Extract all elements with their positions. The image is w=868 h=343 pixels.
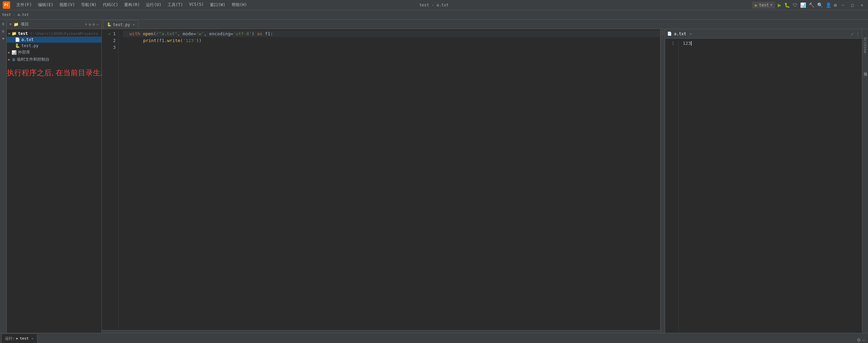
breadcrumb-file: a.txt: [18, 13, 29, 17]
right-pane-menu[interactable]: ⋮: [856, 32, 860, 36]
code-line-2: print (f1. write ( '123' )): [123, 37, 660, 44]
line-num-1: 1: [112, 31, 117, 37]
right-pane: 📄 a.txt ✕ ⋮ ✓ 1 123: [665, 29, 862, 333]
tree-root[interactable]: ▼ 📁 test C:\Users\13600\PycharmProjects: [7, 31, 101, 37]
menu-tools[interactable]: 工具(T): [165, 1, 186, 8]
user-button[interactable]: 👤: [826, 2, 831, 8]
win-minimize[interactable]: —: [840, 2, 846, 8]
tree-root-arrow: ▼: [8, 32, 10, 36]
app-icon: PC: [3, 1, 10, 9]
sidebar-icon-project[interactable]: ≡: [0, 21, 6, 27]
panel-add-icon[interactable]: +: [85, 22, 87, 27]
profile-button[interactable]: 📊: [800, 2, 806, 8]
right-line-num-1: 1: [665, 40, 676, 47]
menu-help[interactable]: 帮助(H): [229, 1, 250, 8]
right-content[interactable]: 123: [679, 40, 862, 331]
tree-root-path: C:\Users\13600\PycharmProjects: [31, 32, 98, 36]
panel-hide-icon[interactable]: —: [96, 22, 99, 27]
code-str-path: r"a.txt": [156, 31, 177, 37]
right-line-1: 123: [683, 40, 862, 47]
menu-vcs[interactable]: VCS(S): [187, 1, 207, 8]
tree-label-temp: 临时文件和控制台: [17, 57, 50, 62]
line-num-2: 2: [112, 37, 117, 44]
menu-edit[interactable]: 编辑(E): [35, 1, 56, 8]
win-maximize[interactable]: □: [849, 2, 856, 8]
search-button[interactable]: 🔍: [817, 2, 823, 8]
run-button[interactable]: ▶: [778, 1, 782, 8]
tree-item-atxt[interactable]: 📄 a.txt: [7, 37, 101, 43]
tab-testpy[interactable]: 🐍 test.py ✕: [103, 20, 139, 29]
line-1-check: ✓: [108, 31, 111, 37]
title-bar: PC 文件(F) 编辑(E) 视图(V) 导航(N) 代码(C) 重构(R) 运…: [0, 0, 868, 10]
panel-collapse-icon[interactable]: ≡: [89, 22, 91, 27]
code-content[interactable]: with open ( r"a.txt" , mode = 'w' , enco…: [119, 31, 660, 329]
code-kw-as: as: [257, 31, 263, 37]
project-panel-header: ▼ 📁 项目 + ≡ ⚙ —: [7, 20, 101, 29]
menu-file[interactable]: 文件(F): [14, 1, 35, 8]
top-tab-bar: test › a.txt: [0, 10, 868, 20]
code-op-paren1: (: [153, 31, 156, 37]
project-icon: 📁: [14, 22, 19, 27]
menu-nav[interactable]: 导航(N): [78, 1, 99, 8]
code-editor: ✓ 1 2 3: [102, 29, 660, 330]
tab-testpy-label: test.py: [113, 22, 130, 27]
tree-label-extlib: 外部库: [18, 49, 30, 55]
tree-item-tempfiles[interactable]: ▶ 🖥 临时文件和控制台: [7, 56, 101, 63]
panel-header-icons: + ≡ ⚙ —: [85, 22, 99, 27]
sidebar-label-notify[interactable]: 通知: [862, 68, 868, 70]
run-tab[interactable]: 运行: ▶ test ✕: [1, 334, 37, 343]
sidebar-icon-structure[interactable]: ⊞: [0, 28, 6, 35]
panel-settings-icon[interactable]: ⚙: [93, 22, 95, 27]
tab-testpy-icon: 🐍: [107, 22, 112, 27]
breadcrumb-test: test: [2, 13, 11, 17]
menu-run[interactable]: 运行(U): [143, 1, 164, 8]
run-config-selector[interactable]: ▶ test ▼: [752, 2, 775, 8]
menu-window[interactable]: 窗口(W): [207, 1, 228, 8]
bottom-tab-right-icons: ⚙ —: [857, 337, 865, 343]
code-line-1: with open ( r"a.txt" , mode = 'w' , enco…: [123, 31, 660, 37]
code-str-123: '123': [183, 37, 196, 44]
cursor: [691, 41, 692, 46]
run-tab-name: test: [20, 336, 29, 341]
code-str-enc: 'utf-8': [233, 31, 252, 37]
editor-area: 🐍 test.py ✕ ✓ 1 2: [102, 20, 868, 333]
line-num-3: 3: [112, 44, 117, 51]
project-expand-arrow: ▼: [9, 22, 12, 26]
menu-code[interactable]: 代码(C): [100, 1, 121, 8]
debug-button[interactable]: 🐛: [784, 2, 790, 8]
project-tree: ▼ 📁 test C:\Users\13600\PycharmProjects …: [7, 29, 101, 333]
right-pane-header: 📄 a.txt ✕ ⋮ ✓: [665, 29, 862, 39]
build-button[interactable]: 🔨: [809, 2, 814, 8]
tree-item-testpy[interactable]: 🐍 test.py: [7, 43, 101, 49]
right-tab-close[interactable]: ✕: [690, 32, 692, 36]
tree-icon-testpy: 🐍: [15, 43, 20, 48]
tree-item-extlib[interactable]: ▶ 📊 外部库: [7, 49, 101, 56]
code-op-comma2: ,: [204, 31, 209, 37]
code-op-f1: f1:: [262, 31, 273, 37]
code-op-paren4: (: [180, 37, 183, 44]
window-title: test - a.txt: [419, 3, 449, 7]
tree-icon-temp: 🖥: [12, 57, 16, 62]
run-tab-close[interactable]: ✕: [32, 337, 34, 340]
tree-label-atxt: a.txt: [21, 37, 34, 42]
code-fn-write: write: [167, 37, 180, 44]
right-pane-check: ✓: [851, 31, 854, 37]
sidebar-icon-bookmark[interactable]: ⚑: [0, 36, 6, 42]
run-config-name: test: [759, 3, 769, 7]
win-close[interactable]: ✕: [859, 2, 865, 8]
project-breadcrumb: test › a.txt: [2, 13, 29, 17]
menu-view[interactable]: 视图(V): [57, 1, 78, 8]
right-line-numbers: 1: [665, 40, 679, 331]
tab-testpy-close[interactable]: ✕: [133, 23, 135, 26]
sidebar-label-sciview[interactable]: SciView: [862, 36, 868, 54]
run-green-icon: ▶: [755, 2, 757, 8]
bottom-settings-icon[interactable]: ⚙: [857, 337, 861, 343]
code-op-close: )): [196, 37, 202, 44]
code-hscrollbar[interactable]: [102, 330, 660, 333]
code-op-paren2: ): [252, 31, 257, 37]
breadcrumb-sep1: ›: [13, 13, 16, 17]
settings-button[interactable]: ⚙: [834, 2, 837, 8]
coverage-button[interactable]: 🛡: [793, 2, 797, 8]
menu-refactor[interactable]: 重构(R): [121, 1, 142, 8]
bottom-close-icon[interactable]: —: [863, 337, 865, 343]
